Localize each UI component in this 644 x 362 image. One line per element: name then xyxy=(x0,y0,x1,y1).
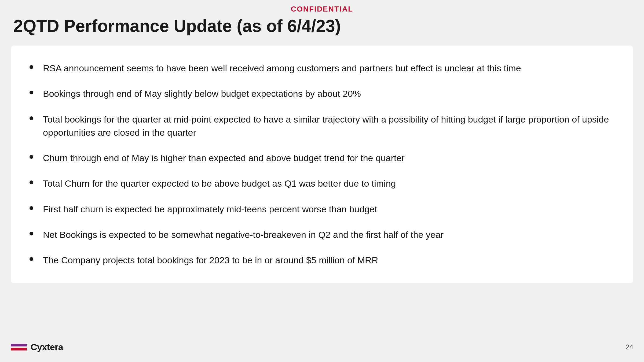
page-title: 2QTD Performance Update (as of 6/4/23) xyxy=(11,16,633,36)
list-item: The Company projects total bookings for … xyxy=(30,254,614,267)
bullet-text: Total Churn for the quarter expected to … xyxy=(43,177,614,190)
bullet-dot-icon xyxy=(30,116,33,120)
bullet-dot-icon xyxy=(30,180,33,184)
list-item: Net Bookings is expected to be somewhat … xyxy=(30,228,614,241)
bullet-dot-icon xyxy=(30,206,33,210)
list-item: Bookings through end of May slightly bel… xyxy=(30,87,614,100)
confidential-label: CONFIDENTIAL xyxy=(291,5,353,13)
bullet-text: First half churn is expected be approxim… xyxy=(43,203,614,216)
list-item: Total Churn for the quarter expected to … xyxy=(30,177,614,190)
bullet-text: Net Bookings is expected to be somewhat … xyxy=(43,228,614,241)
bullet-text: Churn through end of May is higher than … xyxy=(43,152,614,165)
page-wrapper: 2QTD Performance Update (as of 6/4/23) R… xyxy=(0,16,644,305)
logo-container: Cyxtera xyxy=(11,342,63,352)
content-card: RSA announcement seems to have been well… xyxy=(11,46,633,283)
list-item: Total bookings for the quarter at mid-po… xyxy=(30,113,614,139)
list-item: Churn through end of May is higher than … xyxy=(30,152,614,165)
list-item: RSA announcement seems to have been well… xyxy=(30,62,614,75)
logo-bars-icon xyxy=(11,344,27,350)
bullet-dot-icon xyxy=(30,257,33,261)
logo-text: Cyxtera xyxy=(31,342,63,352)
bullet-dot-icon xyxy=(30,232,33,235)
logo-bar-top xyxy=(11,344,27,346)
page-number: 24 xyxy=(625,343,633,351)
bullet-dot-icon xyxy=(30,155,33,159)
bullet-list: RSA announcement seems to have been well… xyxy=(30,62,614,267)
bullet-text: Total bookings for the quarter at mid-po… xyxy=(43,113,614,139)
logo-bar-bottom xyxy=(11,348,27,350)
bullet-text: RSA announcement seems to have been well… xyxy=(43,62,614,75)
bullet-text: Bookings through end of May slightly bel… xyxy=(43,87,614,100)
confidential-banner: CONFIDENTIAL xyxy=(0,0,644,16)
bullet-text: The Company projects total bookings for … xyxy=(43,254,614,267)
bullet-dot-icon xyxy=(30,65,33,69)
list-item: First half churn is expected be approxim… xyxy=(30,203,614,216)
footer: Cyxtera 24 xyxy=(11,342,633,352)
bullet-dot-icon xyxy=(30,91,33,94)
